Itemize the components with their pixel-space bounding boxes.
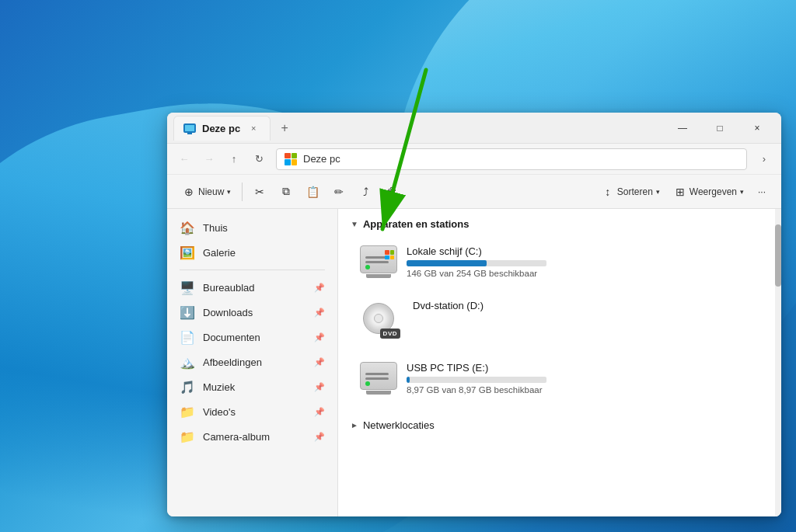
drive-e-space: 8,97 GB van 8,97 GB beschikbaar [407,385,559,395]
up-button[interactable]: ↑ [223,148,245,170]
drive-d-dvd-icon: DVD [360,300,397,337]
dvd-label: DVD [380,329,400,339]
windows-icon [285,153,297,165]
drive-e-hdd-icon [360,362,397,390]
drive-e-info: USB PC TIPS (E:) 8,97 GB van 8,97 GB bes… [407,362,559,395]
view-icon: ⊞ [674,186,686,198]
sidebar-label-thuis: Thuis [203,222,325,234]
share-button[interactable]: ⤴ [353,179,378,204]
toolbar-separator-1 [242,183,243,201]
devices-chevron-icon: ▼ [351,220,358,228]
hdd-base [366,274,391,278]
copy-icon: ⧉ [280,186,292,198]
window-tab[interactable]: Deze pc × [173,116,271,141]
scrollbar-thumb[interactable] [775,224,781,287]
tab-monitor-icon [183,122,196,134]
sort-button[interactable]: ↕ Sorteren ▾ [595,179,666,204]
pin-icon-documenten: 📌 [314,332,325,342]
new-label: Nieuw [198,186,224,197]
content-area: 🏠 Thuis 🖼️ Galerie 🖥️ Bureaublad 📌 ⬇️ Do… [167,209,781,516]
drive-d[interactable]: DVD Dvd-station (D:) [351,294,568,346]
back-button[interactable]: ← [173,148,195,170]
minimize-button[interactable]: — [665,116,700,141]
home-icon: 🏠 [180,220,195,235]
drive-c-name: Lokale schijf (C:) [407,245,559,257]
refresh-button[interactable]: ↻ [248,148,270,170]
hdd-e-line-1 [365,373,389,375]
sidebar-label-videos: Video's [203,406,306,418]
tab-title: Deze pc [202,123,240,134]
pin-icon-afbeeldingen: 📌 [314,357,325,367]
pin-icon-camera-album: 📌 [314,432,325,442]
drive-d-name: Dvd-station (D:) [413,300,559,311]
drive-c-info: Lokale schijf (C:) 146 GB van 254 GB bes… [407,245,559,278]
desktop-icon: 🖥️ [180,280,195,295]
copy-button[interactable]: ⧉ [274,179,298,204]
drive-c-icon-container [360,245,397,276]
sidebar-label-galerie: Galerie [203,247,325,259]
network-section-title: Netwerklocaties [363,419,435,431]
delete-icon: 🗑 [386,186,398,198]
cut-button[interactable]: ✂ [247,179,272,204]
sidebar-item-videos[interactable]: 📁 Video's 📌 [167,399,337,424]
network-section-header[interactable]: ► Netwerklocaties [351,416,769,434]
hdd-line-2 [365,261,389,263]
new-icon: ⊕ [183,186,195,198]
sidebar-item-documenten[interactable]: 📄 Documenten 📌 [167,325,337,349]
sort-label: Sorteren [617,186,653,197]
drive-e[interactable]: USB PC TIPS (E:) 8,97 GB van 8,97 GB bes… [351,356,568,401]
sidebar-item-galerie[interactable]: 🖼️ Galerie [167,240,337,265]
new-tab-button[interactable]: + [274,117,295,139]
window-controls: — □ × [665,116,775,141]
sidebar-item-muziek[interactable]: 🎵 Muziek 📌 [167,374,337,399]
sidebar-label-bureaublad: Bureaublad [203,282,306,294]
expand-button[interactable]: › [753,148,775,170]
sidebar-label-documenten: Documenten [203,332,306,343]
delete-button[interactable]: 🗑 [379,179,404,204]
drive-c[interactable]: Lokale schijf (C:) 146 GB van 254 GB bes… [351,239,568,284]
hdd-activity-dot [365,265,370,269]
drive-c-bar-container [407,260,546,266]
paste-icon: 📋 [306,186,319,198]
cut-icon: ✂ [253,186,266,198]
music-icon: 🎵 [180,379,195,395]
paste-button[interactable]: 📋 [300,179,325,204]
close-button[interactable]: × [739,116,775,141]
pin-icon-bureaublad: 📌 [314,283,325,293]
maximize-button[interactable]: □ [702,116,738,141]
new-dropdown-icon: ▾ [227,188,231,196]
rename-button[interactable]: ✏ [326,179,351,204]
downloads-icon: ⬇️ [180,304,195,320]
sidebar-item-bureaublad[interactable]: 🖥️ Bureaublad 📌 [167,275,337,300]
devices-section-header[interactable]: ▼ Apparaten en stations [351,218,769,230]
sidebar-label-camera-album: Camera-album [203,431,306,443]
navigation-bar: ← → ↑ ↻ Deze pc › [167,144,781,175]
drive-d-icon-container: DVD [360,300,403,340]
pin-icon-videos: 📌 [314,407,325,417]
file-explorer-window: Deze pc × + — □ × ← → ↑ ↻ Deze pc › [167,113,781,516]
sidebar-item-thuis[interactable]: 🏠 Thuis [167,215,337,240]
more-label: ··· [758,186,766,197]
drive-e-icon-container [360,362,397,393]
view-button[interactable]: ⊞ Weergeven ▾ [668,179,750,204]
sidebar-item-afbeeldingen[interactable]: 🏔️ Afbeeldingen 📌 [167,349,337,374]
more-button[interactable]: ··· [752,179,772,204]
sidebar-item-downloads[interactable]: ⬇️ Downloads 📌 [167,300,337,325]
pin-icon-downloads: 📌 [314,308,325,318]
sidebar-item-camera-album[interactable]: 📁 Camera-album 📌 [167,424,337,449]
hdd-e-activity-dot [365,381,370,386]
sort-dropdown-icon: ▾ [656,188,660,196]
tab-close-button[interactable]: × [246,121,260,135]
camera-album-icon: 📁 [180,429,195,444]
forward-button[interactable]: → [198,148,220,170]
main-content-area: ▼ Apparaten en stations [338,209,781,516]
toolbar: ⊕ Nieuw ▾ ✂ ⧉ 📋 ✏ ⤴ 🗑 ↕ Sorteren ▾ ⊞ [167,175,781,209]
gallery-icon: 🖼️ [180,245,195,260]
address-bar[interactable]: Deze pc [276,148,747,170]
sidebar-separator [180,269,325,270]
new-button[interactable]: ⊕ Nieuw ▾ [176,179,237,204]
sidebar-label-afbeeldingen: Afbeeldingen [203,356,306,368]
view-label: Weergeven [690,186,737,197]
scrollbar-track[interactable] [775,209,781,516]
drive-c-bar-fill [407,260,487,266]
